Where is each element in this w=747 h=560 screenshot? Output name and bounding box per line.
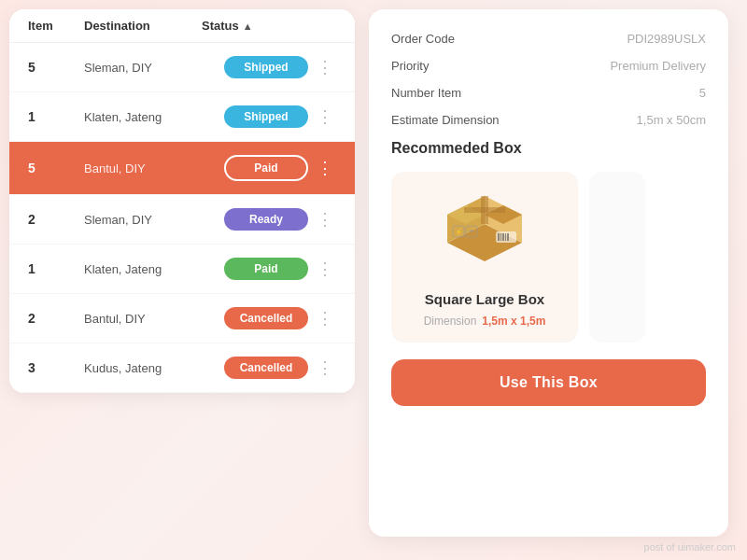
row-destination: Sleman, DIY	[84, 213, 224, 227]
status-badge: Shipped	[224, 105, 308, 128]
number-item-value: 5	[699, 86, 706, 100]
row-item: 3	[28, 360, 84, 375]
priority-value: Premium Delivery	[610, 59, 706, 73]
order-code-value: PDI2989USLX	[627, 32, 706, 46]
row-item: 5	[28, 161, 84, 175]
box-card-main: ⚡ ☂ Square Large Box Dimension 1,5m x 1,…	[391, 172, 578, 343]
order-code-label: Order Code	[391, 32, 455, 46]
recommended-box-title: Recommeded Box	[391, 140, 706, 157]
svg-rect-10	[502, 233, 504, 241]
estimate-dimension-label: Estimate Dimension	[391, 113, 500, 127]
box-image: ⚡ ☂	[429, 187, 541, 280]
col-dest-header: Destination	[84, 19, 202, 33]
row-destination: Bantul, DIY	[84, 161, 224, 175]
table-row[interactable]: 2 Bantul, DIY Cancelled ⋮	[9, 294, 355, 343]
sort-icon: ▲	[243, 21, 253, 32]
row-destination: Klaten, Jateng	[84, 110, 224, 124]
status-badge: Paid	[224, 258, 308, 280]
box-carousel: ⚡ ☂ Square Large Box Dimension 1,5m x 1,…	[391, 172, 706, 343]
status-badge: Cancelled	[224, 307, 308, 329]
estimate-dimension-value: 1,5m x 50cm	[637, 113, 706, 127]
order-code-row: Order Code PDI2989USLX	[391, 32, 706, 46]
row-destination: Bantul, DIY	[84, 312, 224, 326]
more-options-icon[interactable]: ⋮	[314, 357, 336, 378]
right-panel: Order Code PDI2989USLX Priority Premium …	[369, 9, 728, 537]
table-row[interactable]: 1 Klaten, Jateng Paid ⋮	[9, 245, 355, 294]
number-item-label: Number Item	[391, 86, 461, 100]
svg-marker-6	[464, 207, 505, 213]
number-item-row: Number Item 5	[391, 86, 706, 100]
box-dim-label: Dimension	[424, 315, 477, 328]
table-row[interactable]: 3 Kudus, Jateng Cancelled ⋮	[9, 343, 355, 393]
table-row[interactable]: 5 Sleman, DIY Shipped ⋮	[9, 43, 355, 92]
table-rows-container: 5 Sleman, DIY Shipped ⋮ 1 Klaten, Jateng…	[9, 43, 355, 393]
row-destination: Kudus, Jateng	[84, 361, 224, 375]
watermark: post of uimaker.com	[644, 541, 736, 553]
table-row[interactable]: 1 Klaten, Jateng Shipped ⋮	[9, 92, 355, 142]
left-panel: Item Destination Status ▲ 5 Sleman, DIY …	[9, 9, 355, 393]
svg-rect-11	[505, 233, 506, 241]
box-card-small	[589, 172, 645, 343]
priority-label: Priority	[391, 59, 429, 73]
row-item: 5	[28, 60, 84, 75]
status-badge: Ready	[224, 208, 308, 231]
more-options-icon[interactable]: ⋮	[314, 209, 336, 230]
table-row[interactable]: 2 Sleman, DIY Ready ⋮	[9, 195, 355, 245]
box-dimension-row: Dimension 1,5m x 1,5m	[406, 315, 563, 328]
row-item: 1	[28, 109, 84, 124]
priority-row: Priority Premium Delivery	[391, 59, 706, 73]
svg-text:☂: ☂	[469, 229, 474, 235]
status-badge: Shipped	[224, 56, 308, 78]
box-dim-value: 1,5m x 1,5m	[482, 315, 545, 328]
svg-text:⚡: ⚡	[455, 228, 463, 236]
row-item: 1	[28, 261, 84, 276]
more-options-icon[interactable]: ⋮	[314, 106, 336, 127]
more-options-icon[interactable]: ⋮	[314, 158, 336, 178]
col-status-header: Status ▲	[202, 19, 314, 33]
row-destination: Sleman, DIY	[84, 61, 224, 75]
row-destination: Klaten, Jateng	[84, 262, 224, 276]
more-options-icon[interactable]: ⋮	[314, 259, 336, 279]
svg-rect-8	[498, 233, 500, 241]
box-name: Square Large Box	[406, 291, 563, 307]
status-badge: Cancelled	[224, 357, 308, 379]
status-badge: Paid	[224, 155, 308, 181]
table-row[interactable]: 5 Bantul, DIY Paid ⋮	[9, 142, 355, 195]
use-this-box-button[interactable]: Use This Box	[391, 359, 706, 406]
estimate-dimension-row: Estimate Dimension 1,5m x 50cm	[391, 113, 706, 127]
svg-rect-9	[500, 233, 501, 241]
table-header: Item Destination Status ▲	[9, 9, 355, 43]
more-options-icon[interactable]: ⋮	[314, 308, 336, 329]
col-item-header: Item	[28, 19, 84, 33]
row-item: 2	[28, 311, 84, 326]
row-item: 2	[28, 212, 84, 227]
svg-rect-12	[507, 233, 509, 241]
box-svg: ⚡ ☂	[429, 187, 541, 280]
more-options-icon[interactable]: ⋮	[314, 57, 336, 77]
